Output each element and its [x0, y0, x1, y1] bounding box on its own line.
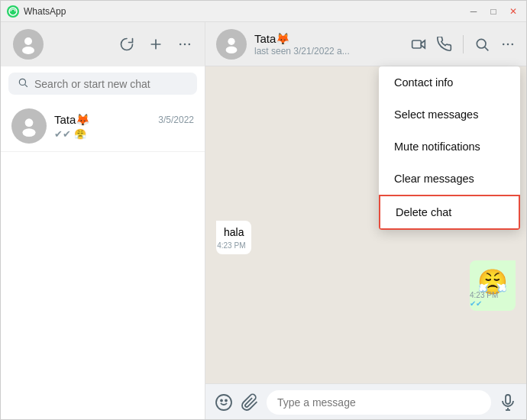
svg-point-12: [228, 37, 234, 44]
emoji-picker-button[interactable]: [215, 393, 233, 412]
emoji-message-outgoing: 😤 4:23 PM ✔✔: [470, 260, 516, 311]
svg-point-23: [225, 400, 227, 402]
app-logo: [7, 5, 19, 18]
svg-point-1: [24, 37, 32, 45]
minimize-button[interactable]: ─: [467, 5, 480, 18]
chat-header-left: Tata🦊 last seen 3/21/2022 a...: [216, 29, 350, 60]
chat-input-bar: [205, 383, 526, 420]
text-message-incoming: hala 4:23 PM: [216, 221, 251, 254]
delete-chat-item[interactable]: Delete chat: [379, 195, 520, 230]
svg-line-17: [485, 47, 489, 50]
more-options-button[interactable]: [500, 37, 516, 52]
chat-header-avatar[interactable]: [216, 29, 247, 60]
title-bar: WhatsApp ─ □ ✕: [1, 1, 526, 22]
app-name: WhatsApp: [24, 6, 66, 17]
close-button[interactable]: ✕: [506, 5, 520, 18]
divider: [463, 35, 464, 53]
chat-area: Tata🦊 last seen 3/21/2022 a...: [205, 22, 526, 420]
voice-message-button[interactable]: [499, 393, 517, 412]
svg-rect-14: [412, 40, 422, 48]
refresh-button[interactable]: [119, 37, 134, 52]
svg-point-2: [22, 47, 34, 54]
search-input-wrap: [8, 73, 197, 95]
svg-line-9: [25, 85, 27, 87]
list-item[interactable]: Tata🦊 3/5/2022 ✔✔ 😤: [1, 101, 205, 152]
svg-point-19: [507, 43, 509, 45]
app-container: Tata🦊 3/5/2022 ✔✔ 😤 Tata🦊 last seen 3/21…: [1, 22, 526, 420]
clear-messages-item[interactable]: Clear messages: [379, 163, 520, 195]
chat-list: Tata🦊 3/5/2022 ✔✔ 😤: [1, 101, 205, 420]
search-input[interactable]: [34, 78, 188, 90]
voice-call-button[interactable]: [437, 37, 452, 52]
chat-preview: ✔✔ 😤: [54, 128, 194, 140]
maximize-button[interactable]: □: [487, 5, 500, 18]
message-time: 4:23 PM: [217, 241, 245, 251]
chat-avatar: [11, 108, 47, 144]
title-bar-left: WhatsApp: [7, 5, 66, 18]
mute-notifications-item[interactable]: Mute notifications: [379, 131, 520, 163]
message-input[interactable]: [267, 390, 491, 415]
chat-item-info: Tata🦊 3/5/2022 ✔✔ 😤: [54, 113, 194, 140]
svg-point-8: [19, 79, 25, 85]
contact-info-item[interactable]: Contact info: [379, 66, 520, 99]
select-messages-item[interactable]: Select messages: [379, 99, 520, 131]
svg-point-5: [179, 44, 182, 46]
svg-point-18: [503, 43, 505, 45]
chat-name: Tata🦊: [54, 113, 90, 127]
user-avatar[interactable]: [13, 29, 44, 60]
chat-header-name: Tata🦊: [254, 32, 350, 46]
svg-point-11: [22, 128, 35, 137]
svg-point-7: [189, 44, 191, 46]
menu-button[interactable]: [177, 37, 192, 52]
svg-point-22: [221, 400, 222, 402]
chat-header-info: Tata🦊 last seen 3/21/2022 a...: [254, 32, 350, 57]
search-chat-button[interactable]: [474, 37, 490, 52]
dropdown-menu: Contact info Select messages Mute notifi…: [379, 66, 520, 230]
title-bar-controls: ─ □ ✕: [467, 5, 520, 18]
chat-item-top: Tata🦊 3/5/2022: [54, 113, 194, 127]
chat-header-actions: [411, 35, 516, 53]
new-chat-button[interactable]: [148, 37, 163, 52]
chat-header-status: last seen 3/21/2022 a...: [254, 46, 350, 57]
svg-rect-24: [506, 395, 510, 404]
svg-point-10: [25, 118, 34, 127]
message-time: 4:23 PM ✔✔: [470, 291, 509, 308]
sidebar-header: [1, 22, 205, 66]
svg-point-20: [512, 43, 514, 45]
message-text: hala: [224, 226, 244, 238]
attachment-button[interactable]: [241, 393, 259, 412]
video-call-button[interactable]: [411, 37, 426, 52]
chat-header: Tata🦊 last seen 3/21/2022 a...: [205, 22, 526, 66]
svg-point-16: [477, 39, 486, 48]
sidebar: Tata🦊 3/5/2022 ✔✔ 😤: [1, 22, 205, 420]
chat-date: 3/5/2022: [158, 115, 194, 125]
svg-point-6: [184, 44, 186, 46]
sidebar-action-icons: [119, 37, 192, 52]
svg-point-13: [226, 46, 238, 53]
search-bar: [1, 66, 205, 101]
search-icon: [18, 77, 28, 90]
svg-point-21: [216, 395, 231, 410]
